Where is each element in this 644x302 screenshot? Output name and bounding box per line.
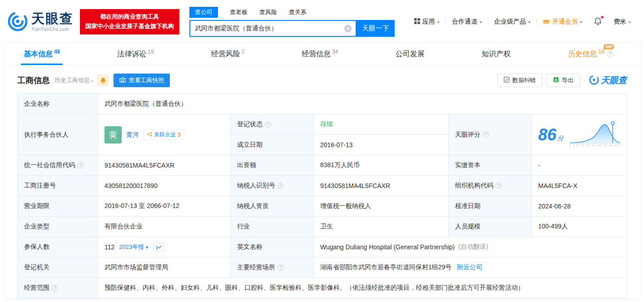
notifications-bell-icon[interactable] bbox=[588, 17, 608, 27]
staff-size-value: 100-499人 bbox=[532, 217, 627, 237]
top-nav: 应用▾ 合作通道▾ 企业级产品▾ 开通会员▾ 费米▾ bbox=[408, 17, 637, 27]
tianyancha-watermark-icon bbox=[589, 75, 599, 86]
help-icon[interactable]: ? bbox=[265, 121, 271, 128]
edit-doc-icon bbox=[504, 77, 510, 84]
capital-label: 出资额 bbox=[231, 155, 314, 176]
main-premises-label: 主要经营场所? bbox=[231, 257, 314, 278]
promo-line1: 都在用的商业查询工具 bbox=[85, 12, 174, 22]
chevron-down-icon: ▾ bbox=[528, 20, 530, 25]
business-term-label: 营业期限 bbox=[18, 196, 98, 217]
related-companies-icon bbox=[147, 132, 152, 138]
svg-text:0 1 5 15 50 65 85 97 99 100: 0 1 5 15 50 65 85 97 99 100 bbox=[570, 144, 620, 147]
industry-label: 行业 bbox=[231, 217, 314, 237]
score-number: 86分 bbox=[538, 127, 564, 143]
search-area: 查公司 查老板 查风险 查关系 ✕ 天眼一下 bbox=[189, 7, 395, 37]
promo-line2: 国家中小企业发展子基金旗下机构 bbox=[85, 22, 174, 31]
monitor-bell-icon[interactable] bbox=[97, 74, 109, 86]
taxpayer-id-value: 91430581MA4L5FCAXR bbox=[314, 176, 449, 196]
company-name-value: 武冈市都梁医院（普通合伙） bbox=[98, 94, 627, 114]
insured-count-value: 112 2023年报 ▾ bbox=[98, 237, 231, 257]
annual-report-tag[interactable]: 2023年报 ▾ bbox=[119, 243, 148, 251]
export-icon bbox=[553, 77, 559, 84]
search-type-tabs: 查公司 查老板 查风险 查关系 bbox=[189, 7, 395, 18]
chevron-right-icon: › bbox=[91, 77, 93, 84]
reg-status-label: 登记状态? bbox=[231, 114, 314, 135]
org-code-value: MA4L5FCA-X bbox=[532, 176, 627, 196]
apps-grid-icon bbox=[414, 18, 420, 25]
nav-enterprise-products[interactable]: 企业级产品▾ bbox=[488, 18, 536, 26]
paid-in-capital-label: 实缴资本 bbox=[449, 155, 532, 176]
view-snapshot-button[interactable]: 查看工商快照 bbox=[114, 74, 170, 87]
score-distribution-chart: 0 1 5 15 50 65 85 97 99 100 bbox=[568, 120, 622, 149]
section-title: 工商信息 bbox=[17, 75, 50, 86]
credit-code-value: 91430581MA4L5FCAXR bbox=[98, 155, 231, 176]
establish-date-value: 2016-07-13 bbox=[314, 135, 449, 155]
history-business-info-link[interactable]: 历史工商信息› bbox=[54, 76, 93, 84]
nav-open-vip[interactable]: 开通会员▾ bbox=[536, 18, 588, 26]
business-info-table: 企业名称 武冈市都梁医院（普通合伙） 执行事务合伙人 黄 黄河 关联企业 3 登… bbox=[17, 94, 627, 298]
search-input[interactable] bbox=[190, 25, 356, 32]
reg-number-label: 工商注册号 bbox=[18, 176, 98, 196]
chevron-down-icon: ▾ bbox=[580, 20, 582, 25]
help-icon[interactable]: ? bbox=[52, 285, 58, 291]
crown-icon bbox=[543, 18, 550, 25]
tab-operation-info[interactable]: 经营信息34 bbox=[296, 44, 343, 65]
search-tab-boss[interactable]: 查老板 bbox=[230, 7, 248, 18]
help-icon[interactable]: ? bbox=[607, 51, 613, 58]
search-tab-risk[interactable]: 查风险 bbox=[259, 7, 277, 18]
company-name-label: 企业名称 bbox=[18, 94, 98, 114]
company-type-value: 有限合伙企业 bbox=[98, 217, 231, 237]
help-icon[interactable]: ? bbox=[495, 183, 502, 189]
data-correction-button[interactable]: 数据纠错 bbox=[497, 74, 542, 87]
reg-status-value: 存续 bbox=[314, 114, 449, 135]
nav-partner-channel[interactable]: 合作通道▾ bbox=[446, 18, 488, 26]
export-button[interactable]: 导出 bbox=[547, 74, 580, 87]
camera-icon bbox=[119, 77, 126, 84]
english-name-label: 英文名称 bbox=[231, 237, 314, 257]
related-companies-chip[interactable]: 关联企业 3 bbox=[144, 129, 184, 140]
business-scope-label: 经营范围? bbox=[18, 278, 98, 298]
tab-operation-risk[interactable]: 经营风险2 bbox=[206, 44, 250, 65]
help-icon[interactable]: ? bbox=[277, 183, 284, 189]
partner-avatar[interactable]: 黄 bbox=[104, 126, 122, 144]
clear-search-icon[interactable]: ✕ bbox=[344, 25, 352, 32]
tab-company-development[interactable]: 公司发展 bbox=[390, 44, 430, 65]
tab-history-info[interactable]: VIP 历史信息18 ? bbox=[563, 44, 619, 65]
search-button[interactable]: 天眼一下 bbox=[357, 20, 395, 37]
chevron-down-icon: ▾ bbox=[629, 20, 631, 25]
search-tab-company[interactable]: 查公司 bbox=[189, 7, 218, 18]
tab-intellectual-property[interactable]: 知识产权 bbox=[476, 44, 516, 65]
executive-partner-value: 黄 黄河 关联企业 3 bbox=[98, 114, 231, 155]
taxpayer-id-label: 纳税人识别号? bbox=[231, 176, 314, 196]
company-tabs: 基本信息46 法律诉讼19 经营风险2 经营信息34 公司发展 知识产权 VIP… bbox=[5, 44, 639, 65]
help-icon[interactable]: ? bbox=[77, 162, 84, 168]
tab-legal-proceedings[interactable]: 法律诉讼19 bbox=[112, 44, 159, 65]
top-header: 天眼查 TianYanCha.com 都在用的商业查询工具 国家中小企业发展子基… bbox=[0, 0, 644, 44]
help-icon[interactable]: ? bbox=[277, 264, 284, 271]
nearby-companies-link[interactable]: 附近公司 bbox=[457, 263, 482, 272]
company-type-label: 企业类型 bbox=[18, 217, 98, 237]
logo-domain: TianYanCha.com bbox=[31, 27, 74, 32]
tianyancha-logo[interactable]: 天眼查 TianYanCha.com bbox=[7, 11, 74, 33]
business-scope-value: 预防保健科、内科、外科、妇女科、儿科、眼科、口腔科、医学检验科、医学影像科。（依… bbox=[98, 278, 627, 298]
establish-date-label: 成立日期 bbox=[231, 135, 314, 155]
approval-date-label: 核准日期 bbox=[449, 196, 532, 217]
tab-basic-info[interactable]: 基本信息46 bbox=[18, 44, 65, 65]
reg-authority-label: 登记机关 bbox=[18, 257, 98, 278]
promo-banner: 都在用的商业查询工具 国家中小企业发展子基金旗下机构 bbox=[80, 9, 179, 35]
business-term-value: 2016-07-13 至 2066-07-12 bbox=[98, 196, 231, 217]
chevron-down-icon: ▾ bbox=[146, 245, 148, 250]
notification-dot bbox=[601, 16, 604, 19]
chevron-down-icon: ▾ bbox=[480, 20, 482, 25]
help-icon[interactable]: ? bbox=[483, 132, 489, 138]
approval-date-value: 2024-06-28 bbox=[532, 196, 627, 217]
company-detail-card: 基本信息46 法律诉讼19 经营风险2 经营信息34 公司发展 知识产权 VIP… bbox=[5, 44, 639, 298]
search-tab-relation[interactable]: 查关系 bbox=[289, 7, 307, 18]
partner-name-link[interactable]: 黄河 bbox=[126, 131, 139, 139]
trend-chart-icon[interactable] bbox=[154, 243, 164, 252]
capital-value: 8381万人民币 bbox=[314, 155, 449, 176]
nav-user-menu[interactable]: 费米▾ bbox=[608, 18, 637, 26]
org-code-label: 组织机构代码? bbox=[449, 176, 532, 196]
tyc-score-value: 86分 0 1 5 15 50 65 85 97 99 100 bbox=[532, 114, 627, 155]
nav-apps[interactable]: 应用▾ bbox=[408, 18, 446, 26]
